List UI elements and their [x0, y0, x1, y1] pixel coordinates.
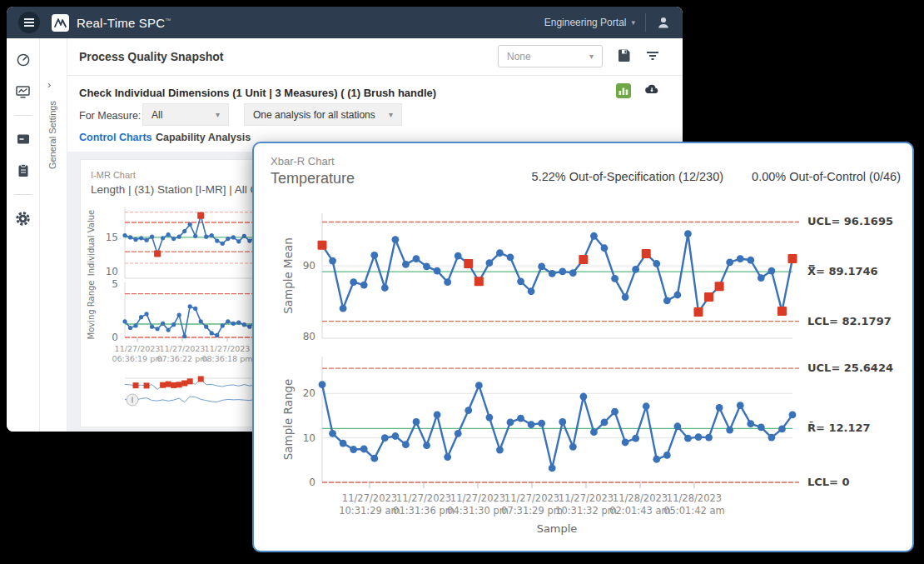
- content-header: Process Quality Snapshot None▾: [67, 38, 683, 76]
- xbar-r-chart-window: Xbar-R Chart Temperature 5.22% Out-of-Sp…: [252, 142, 914, 552]
- svg-text:05:01:42 am: 05:01:42 am: [663, 505, 725, 517]
- svg-text:11/27/2023: 11/27/2023: [396, 492, 451, 504]
- svg-text:15: 15: [106, 232, 118, 243]
- general-settings-rail: › General Settings: [40, 38, 67, 432]
- screenshot-root: { "colors": { "header_bg": "#2d3c4e", "a…: [0, 0, 924, 564]
- for-measure-label: For Measure:: [79, 110, 141, 122]
- analysis-panel-title: Check Individual Dimensions (1 Unit | 3 …: [79, 87, 436, 99]
- svg-text:11/28/2023: 11/28/2023: [667, 492, 722, 504]
- measure-select[interactable]: All▾: [142, 103, 229, 126]
- sidebar-divider: [14, 115, 32, 116]
- hamburger-menu-button[interactable]: [18, 12, 40, 33]
- svg-text:UCL= 25.6424: UCL= 25.6424: [807, 362, 893, 374]
- xbar-chart-title: Temperature: [271, 170, 355, 187]
- svg-text:Moving Range: Moving Range: [87, 280, 96, 339]
- filter-icon[interactable]: [644, 47, 661, 64]
- svg-text:11/27/2023: 11/27/2023: [342, 492, 397, 504]
- svg-text:R̄= 12.127: R̄= 12.127: [807, 422, 871, 434]
- svg-text:07:31:29 pm: 07:31:29 pm: [501, 505, 563, 517]
- portal-selector[interactable]: Engineering Portal▾: [544, 17, 635, 28]
- svg-text:0: 0: [309, 477, 315, 488]
- svg-text:11/27/2023: 11/27/2023: [115, 344, 161, 353]
- svg-text:11/27/2023: 11/27/2023: [205, 344, 251, 353]
- chevron-down-icon: ▾: [631, 18, 635, 27]
- svg-text:5: 5: [112, 278, 118, 290]
- svg-text:10: 10: [303, 432, 315, 444]
- app-logo-icon: [52, 14, 69, 32]
- cloud-download-icon[interactable]: [644, 82, 659, 97]
- app-header: Real-Time SPC™ Engineering Portal▾: [7, 7, 683, 38]
- svg-text:11/27/2023: 11/27/2023: [450, 492, 505, 504]
- svg-text:01:31:36 pm: 01:31:36 pm: [393, 505, 455, 517]
- analyze-chart-button[interactable]: [616, 83, 631, 98]
- chevron-down-icon: ▾: [389, 110, 393, 119]
- sidebar-item-dashboard[interactable]: [15, 52, 32, 68]
- sidebar: [7, 38, 40, 432]
- svg-text:07:36:22 pm: 07:36:22 pm: [157, 354, 208, 363]
- sidebar-item-reports[interactable]: [15, 162, 32, 179]
- svg-text:Sample: Sample: [537, 522, 578, 535]
- svg-text:LCL= 82.1797: LCL= 82.1797: [807, 315, 892, 327]
- svg-text:20: 20: [303, 387, 315, 399]
- imr-chart-type-label: I-MR Chart: [91, 170, 136, 180]
- svg-text:X̿= 89.1746: X̿= 89.1746: [807, 265, 878, 277]
- svg-text:LCL= 0: LCL= 0: [807, 476, 850, 488]
- general-settings-label: General Settings: [47, 92, 57, 178]
- app-title: Real-Time SPC™: [77, 16, 171, 30]
- svg-text:08:36:18 pm: 08:36:18 pm: [202, 354, 253, 363]
- user-account-icon[interactable]: [656, 15, 671, 30]
- svg-text:10:31:32 pm: 10:31:32 pm: [555, 505, 617, 517]
- tab-control-charts[interactable]: Control Charts: [79, 132, 152, 154]
- snapshot-preset-select[interactable]: None▾: [498, 45, 603, 67]
- out-of-control-stat: 0.00% Out-of-Control (0/46): [752, 170, 901, 183]
- page-title: Process Quality Snapshot: [79, 50, 224, 63]
- svg-text:80: 80: [303, 331, 315, 342]
- sidebar-item-monitoring[interactable]: [15, 83, 32, 100]
- navigator-handle[interactable]: [127, 394, 138, 406]
- svg-text:04:31:30 pm: 04:31:30 pm: [447, 505, 509, 517]
- sidebar-divider: [14, 194, 32, 195]
- chart-statistics: 5.22% Out-of-Specification (12/230) 0.00…: [532, 170, 901, 183]
- svg-text:Individual Value: Individual Value: [87, 210, 96, 276]
- xbar-chart-type-label: Xbar-R Chart: [271, 155, 335, 167]
- header-divider: [645, 13, 646, 32]
- svg-text:06:36:19 pm: 06:36:19 pm: [112, 354, 163, 363]
- svg-text:10:31:29 am: 10:31:29 am: [339, 505, 400, 517]
- svg-text:11/27/2023: 11/27/2023: [504, 492, 559, 504]
- svg-text:02:01:43 am: 02:01:43 am: [609, 505, 671, 517]
- xbar-r-chart[interactable]: 9080UCL= 96.1695X̿= 89.1746LCL= 82.1797S…: [254, 202, 912, 543]
- sidebar-item-cards[interactable]: [15, 131, 32, 147]
- svg-text:11/27/2023: 11/27/2023: [160, 344, 206, 353]
- svg-text:UCL= 96.1695: UCL= 96.1695: [807, 215, 893, 227]
- tab-capability-analysis[interactable]: Capability Analysis: [156, 132, 251, 152]
- analysis-mode-select[interactable]: One analysis for all stations▾: [244, 103, 402, 126]
- svg-text:90: 90: [303, 260, 315, 272]
- svg-text:Sample Mean: Sample Mean: [281, 237, 295, 314]
- svg-text:10: 10: [106, 266, 118, 277]
- chevron-down-icon: ▾: [589, 52, 594, 61]
- out-of-spec-stat: 5.22% Out-of-Specification (12/230): [532, 170, 724, 183]
- svg-text:11/27/2023: 11/27/2023: [559, 492, 614, 504]
- svg-text:11/28/2023: 11/28/2023: [613, 492, 668, 504]
- svg-text:Sample Range: Sample Range: [281, 379, 295, 461]
- save-icon[interactable]: [616, 47, 633, 64]
- sidebar-item-settings[interactable]: [15, 210, 32, 227]
- chevron-down-icon: ▾: [216, 110, 220, 119]
- expand-rail-chevron[interactable]: ›: [47, 78, 51, 91]
- svg-text:0: 0: [112, 332, 118, 343]
